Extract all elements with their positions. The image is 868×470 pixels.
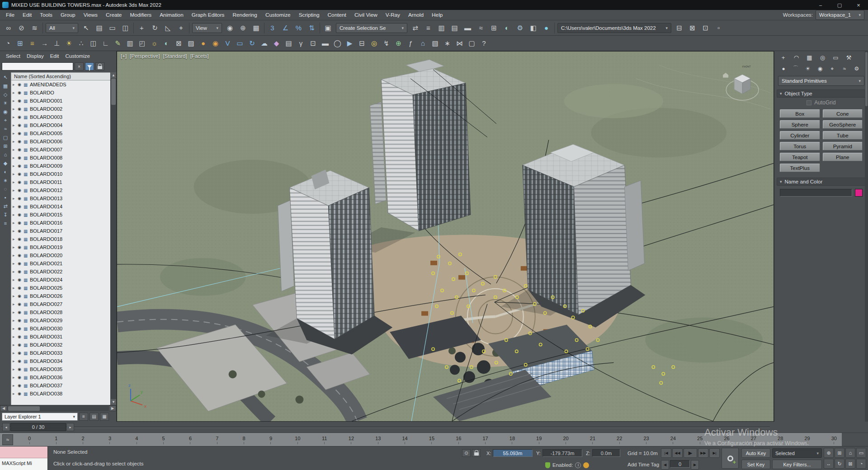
clone-and-align-icon[interactable]: ◫ <box>87 37 99 50</box>
se-display-geometry-icon[interactable]: ▦ <box>1 82 10 90</box>
workspace-dropdown[interactable]: Workspace_1 <box>816 10 864 20</box>
next-frame-button[interactable]: ▶▶ <box>698 448 708 458</box>
scene-explorer-row[interactable]: BOLARDO018 <box>11 235 110 243</box>
scene-explorer-row[interactable]: BOLARDO005 <box>11 129 110 137</box>
select-and-rotate-icon[interactable]: ↻ <box>148 22 161 34</box>
keyboard-shortcut-override-icon[interactable]: ▦ <box>250 22 263 34</box>
curve-editor-icon[interactable]: ≈ <box>474 22 487 34</box>
visibility-eye-icon[interactable] <box>18 229 24 233</box>
previous-frame-button[interactable]: ◀◀ <box>672 448 683 458</box>
layer-explorer-menu-icon[interactable]: ≡ <box>79 413 88 421</box>
go-to-end-button[interactable]: ▶| <box>709 448 720 458</box>
se-display-groups-icon[interactable]: ▢ <box>1 133 10 141</box>
scene-states-icon[interactable]: ◰ <box>136 37 148 50</box>
torus-button[interactable]: Torus <box>780 142 820 150</box>
render-teapot-icon[interactable]: ● <box>197 37 209 50</box>
timeline-frame-label[interactable]: 1 <box>53 433 59 447</box>
scene-explorer-row[interactable]: BOLARDO021 <box>11 259 110 268</box>
container-tools-icon[interactable]: ▢ <box>466 37 478 50</box>
visibility-eye-icon[interactable] <box>18 221 24 225</box>
object-type-rollout-header[interactable]: Object Type <box>777 89 866 98</box>
visibility-eye-icon[interactable] <box>18 391 24 396</box>
percent-snap-icon[interactable]: % <box>292 22 305 34</box>
se-display-hidden-icon[interactable]: ◌ <box>1 185 10 193</box>
toggle-ribbon-icon[interactable]: ▬ <box>461 22 474 34</box>
cone-button[interactable]: Cone <box>823 109 863 118</box>
timeline-frame-label[interactable]: 8 <box>241 433 247 447</box>
window-crossing-icon[interactable]: ◫ <box>119 22 132 34</box>
expand-arrow-icon[interactable] <box>13 188 18 193</box>
expand-arrow-icon[interactable] <box>13 351 18 355</box>
angle-snap-icon[interactable]: ∠ <box>279 22 292 34</box>
visibility-eye-icon[interactable] <box>18 261 24 266</box>
visibility-eye-icon[interactable] <box>18 286 24 290</box>
pyramid-button[interactable]: Pyramid <box>823 142 863 150</box>
quick-align-icon[interactable]: → <box>38 37 51 50</box>
spinner-snap-icon[interactable]: ⇅ <box>305 22 318 34</box>
expand-arrow-icon[interactable] <box>13 229 18 233</box>
visibility-eye-icon[interactable] <box>18 204 24 209</box>
timeline-frame-label[interactable]: 11 <box>321 433 328 447</box>
isolate-selection-icon[interactable]: ⊙ <box>462 449 471 457</box>
menu-item[interactable]: Content <box>324 10 350 20</box>
expand-arrow-icon[interactable] <box>13 90 18 95</box>
visibility-eye-icon[interactable] <box>18 155 24 160</box>
display-tab-icon[interactable]: ▭ <box>830 52 842 62</box>
teapot-button[interactable]: Teapot <box>780 153 820 161</box>
macro-recorder-pane[interactable] <box>0 446 47 458</box>
menu-item[interactable]: File <box>2 10 19 20</box>
expand-arrow-icon[interactable] <box>13 277 18 282</box>
menu-item[interactable]: V-Ray <box>382 10 404 20</box>
render-setup-icon[interactable]: ⚙ <box>514 22 527 34</box>
time-slider-track[interactable] <box>1 427 770 428</box>
scene-explorer-search-input[interactable] <box>2 62 73 70</box>
advanced-lighting-icon[interactable]: ◎ <box>368 37 380 50</box>
timeline-frame-label[interactable]: 25 <box>697 433 703 447</box>
scene-explorer-row[interactable]: BOLARDO034 <box>11 357 110 365</box>
timeline-frame-label[interactable]: 30 <box>831 433 837 447</box>
batch-render-icon[interactable]: ▤ <box>283 37 295 50</box>
menu-item[interactable]: Scripting <box>295 10 324 20</box>
timeline-frame-label[interactable]: 3 <box>107 433 113 447</box>
viewport-label-segment[interactable]: [Perspective] <box>130 53 160 59</box>
effects-settings-icon[interactable]: ◆ <box>270 37 283 50</box>
se-display-bones-icon[interactable]: ◆ <box>1 159 10 167</box>
scene-explorer-row[interactable]: BOLARDO027 <box>11 300 110 308</box>
clear-search-icon[interactable]: × <box>75 62 84 70</box>
visibility-eye-icon[interactable] <box>18 115 24 119</box>
bone-tools-icon[interactable]: ⋈ <box>453 37 466 50</box>
timeline-frame-label[interactable]: 28 <box>777 433 783 447</box>
tube-button[interactable]: Tube <box>823 131 863 140</box>
expand-arrow-icon[interactable] <box>13 123 18 127</box>
se-display-frozen-icon[interactable]: ∗ <box>1 176 10 184</box>
expand-arrow-icon[interactable] <box>13 302 18 306</box>
material-editor-compact-icon[interactable]: ◐ <box>160 37 173 50</box>
scrollbar-thumb[interactable] <box>111 79 116 105</box>
filter-funnel-icon[interactable] <box>85 62 94 70</box>
expand-arrow-icon[interactable] <box>13 196 18 201</box>
expand-arrow-icon[interactable] <box>13 107 18 111</box>
timeline-frame-label[interactable]: 24 <box>670 433 676 447</box>
utilities-tab-icon[interactable]: ⚒ <box>843 52 855 62</box>
se-display-materials-icon[interactable]: ◐ <box>1 168 10 176</box>
zoom-region-icon[interactable]: ▭ <box>856 448 866 458</box>
visibility-eye-icon[interactable] <box>18 294 24 298</box>
viewport-label-segment[interactable]: [Facets] <box>190 53 209 59</box>
visibility-eye-icon[interactable] <box>18 180 24 184</box>
snapshot-icon[interactable]: ◔ <box>2 37 14 50</box>
menu-item[interactable]: Customize <box>261 10 295 20</box>
vray-ipr-icon[interactable]: ↻ <box>246 37 258 50</box>
current-frame-field[interactable]: 0 <box>670 460 690 468</box>
z-coordinate-field[interactable]: 0.0m <box>592 449 620 457</box>
visibility-eye-icon[interactable] <box>18 277 24 282</box>
selection-set-key-dropdown[interactable]: Selected <box>772 448 822 458</box>
geometry-subtab-icon[interactable]: ● <box>778 64 789 73</box>
scene-explorer-row[interactable]: BOLARDO037 <box>11 381 110 390</box>
expand-arrow-icon[interactable] <box>13 147 18 152</box>
substance-icon[interactable]: ▧ <box>429 37 441 50</box>
object-name-input[interactable] <box>780 189 852 197</box>
schematic-view-icon[interactable]: ⊞ <box>487 22 500 34</box>
spacewarps-subtab-icon[interactable]: ≈ <box>839 64 850 73</box>
expand-arrow-icon[interactable] <box>13 359 18 363</box>
normal-align-icon[interactable]: ⊥ <box>51 37 63 50</box>
